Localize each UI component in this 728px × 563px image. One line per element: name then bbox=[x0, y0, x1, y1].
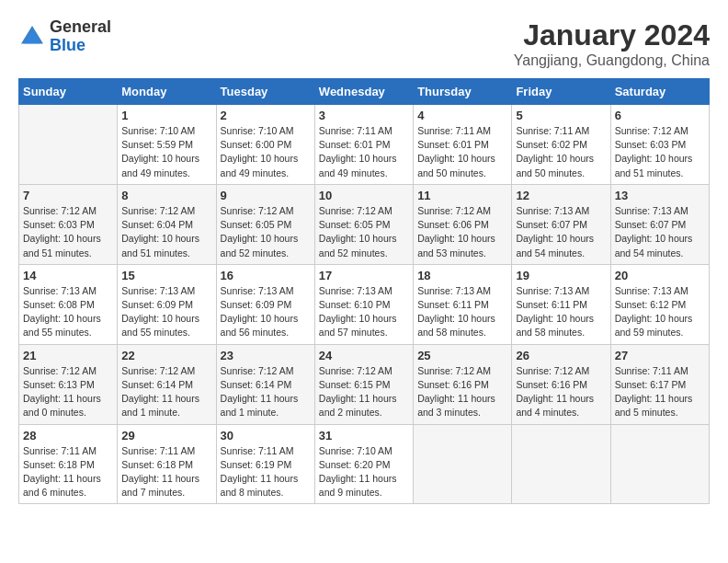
sunrise: Sunrise: 7:11 AM bbox=[23, 445, 97, 456]
calendar-cell: 13 Sunrise: 7:13 AM Sunset: 6:07 PM Dayl… bbox=[610, 184, 709, 264]
cell-info: Sunrise: 7:11 AM Sunset: 6:01 PM Dayligh… bbox=[319, 124, 409, 180]
sunrise: Sunrise: 7:13 AM bbox=[417, 285, 491, 296]
daylight: Daylight: 10 hours and 51 minutes. bbox=[615, 153, 693, 178]
calendar-cell bbox=[19, 105, 118, 185]
calendar-header-row: SundayMondayTuesdayWednesdayThursdayFrid… bbox=[19, 79, 710, 105]
daylight: Daylight: 11 hours and 0 minutes. bbox=[23, 393, 101, 418]
sunset: Sunset: 6:04 PM bbox=[121, 219, 193, 230]
sunset: Sunset: 6:03 PM bbox=[615, 139, 687, 150]
daylight: Daylight: 10 hours and 59 minutes. bbox=[615, 313, 693, 338]
calendar-cell bbox=[414, 424, 512, 504]
calendar-cell: 3 Sunrise: 7:11 AM Sunset: 6:01 PM Dayli… bbox=[314, 105, 413, 185]
sunrise: Sunrise: 7:12 AM bbox=[23, 365, 97, 376]
sunrise: Sunrise: 7:12 AM bbox=[615, 125, 688, 136]
day-number: 28 bbox=[23, 429, 113, 442]
logo-blue: Blue bbox=[50, 36, 85, 54]
sunset: Sunset: 6:06 PM bbox=[417, 219, 489, 230]
cell-info: Sunrise: 7:13 AM Sunset: 6:07 PM Dayligh… bbox=[516, 204, 606, 260]
header-saturday: Saturday bbox=[610, 79, 709, 105]
header-thursday: Thursday bbox=[414, 79, 512, 105]
calendar-cell: 11 Sunrise: 7:12 AM Sunset: 6:06 PM Dayl… bbox=[414, 184, 512, 264]
calendar-cell: 1 Sunrise: 7:10 AM Sunset: 5:59 PM Dayli… bbox=[118, 105, 216, 185]
month-title: January 2024 bbox=[514, 18, 710, 52]
daylight: Daylight: 10 hours and 52 minutes. bbox=[221, 233, 299, 258]
header-sunday: Sunday bbox=[19, 79, 118, 105]
logo-icon bbox=[18, 23, 46, 51]
calendar-cell: 28 Sunrise: 7:11 AM Sunset: 6:18 PM Dayl… bbox=[19, 424, 118, 504]
sunrise: Sunrise: 7:13 AM bbox=[516, 205, 589, 216]
day-number: 12 bbox=[516, 189, 606, 202]
cell-info: Sunrise: 7:13 AM Sunset: 6:10 PM Dayligh… bbox=[319, 284, 409, 340]
sunset: Sunset: 6:08 PM bbox=[23, 299, 95, 310]
day-number: 13 bbox=[615, 189, 705, 202]
cell-info: Sunrise: 7:13 AM Sunset: 6:07 PM Dayligh… bbox=[615, 204, 705, 260]
cell-info: Sunrise: 7:10 AM Sunset: 5:59 PM Dayligh… bbox=[121, 124, 211, 180]
daylight: Daylight: 10 hours and 52 minutes. bbox=[319, 233, 397, 258]
cell-info: Sunrise: 7:13 AM Sunset: 6:11 PM Dayligh… bbox=[516, 284, 606, 340]
cell-info: Sunrise: 7:13 AM Sunset: 6:12 PM Dayligh… bbox=[615, 284, 705, 340]
sunrise: Sunrise: 7:10 AM bbox=[121, 125, 195, 136]
cell-info: Sunrise: 7:13 AM Sunset: 6:08 PM Dayligh… bbox=[23, 284, 113, 340]
day-number: 10 bbox=[319, 189, 409, 202]
logo: General Blue bbox=[18, 18, 111, 55]
daylight: Daylight: 11 hours and 3 minutes. bbox=[417, 393, 495, 418]
day-number: 1 bbox=[121, 109, 211, 122]
sunset: Sunset: 6:01 PM bbox=[417, 139, 489, 150]
cell-info: Sunrise: 7:11 AM Sunset: 6:02 PM Dayligh… bbox=[516, 124, 606, 180]
cell-info: Sunrise: 7:12 AM Sunset: 6:13 PM Dayligh… bbox=[23, 364, 113, 420]
day-number: 9 bbox=[221, 189, 311, 202]
calendar-cell: 7 Sunrise: 7:12 AM Sunset: 6:03 PM Dayli… bbox=[19, 184, 118, 264]
cell-info: Sunrise: 7:12 AM Sunset: 6:05 PM Dayligh… bbox=[221, 204, 311, 260]
calendar-cell bbox=[610, 424, 709, 504]
sunrise: Sunrise: 7:12 AM bbox=[121, 365, 195, 376]
day-number: 7 bbox=[23, 189, 113, 202]
sunset: Sunset: 6:14 PM bbox=[121, 379, 193, 390]
cell-info: Sunrise: 7:13 AM Sunset: 6:09 PM Dayligh… bbox=[121, 284, 211, 340]
daylight: Daylight: 11 hours and 8 minutes. bbox=[221, 473, 299, 498]
day-number: 21 bbox=[23, 349, 113, 362]
cell-info: Sunrise: 7:12 AM Sunset: 6:16 PM Dayligh… bbox=[417, 364, 507, 420]
day-number: 26 bbox=[516, 349, 606, 362]
calendar-cell: 21 Sunrise: 7:12 AM Sunset: 6:13 PM Dayl… bbox=[19, 344, 118, 424]
calendar-cell: 20 Sunrise: 7:13 AM Sunset: 6:12 PM Dayl… bbox=[610, 264, 709, 344]
sunset: Sunset: 6:01 PM bbox=[319, 139, 391, 150]
page-header: General Blue January 2024 Yangjiang, Gua… bbox=[18, 18, 710, 69]
calendar-week-row: 1 Sunrise: 7:10 AM Sunset: 5:59 PM Dayli… bbox=[19, 105, 710, 185]
sunset: Sunset: 6:13 PM bbox=[23, 379, 95, 390]
daylight: Daylight: 10 hours and 53 minutes. bbox=[417, 233, 495, 258]
sunset: Sunset: 6:19 PM bbox=[221, 459, 292, 470]
daylight: Daylight: 10 hours and 51 minutes. bbox=[121, 233, 199, 258]
calendar-cell: 31 Sunrise: 7:10 AM Sunset: 6:20 PM Dayl… bbox=[314, 424, 413, 504]
calendar-cell: 17 Sunrise: 7:13 AM Sunset: 6:10 PM Dayl… bbox=[314, 264, 413, 344]
sunrise: Sunrise: 7:11 AM bbox=[516, 125, 589, 136]
daylight: Daylight: 10 hours and 56 minutes. bbox=[221, 313, 299, 338]
sunrise: Sunrise: 7:13 AM bbox=[23, 285, 97, 296]
daylight: Daylight: 10 hours and 58 minutes. bbox=[417, 313, 495, 338]
cell-info: Sunrise: 7:11 AM Sunset: 6:18 PM Dayligh… bbox=[121, 444, 211, 500]
daylight: Daylight: 10 hours and 50 minutes. bbox=[516, 153, 594, 178]
sunrise: Sunrise: 7:11 AM bbox=[319, 125, 392, 136]
sunset: Sunset: 5:59 PM bbox=[121, 139, 193, 150]
day-number: 14 bbox=[23, 269, 113, 282]
sunset: Sunset: 6:17 PM bbox=[615, 379, 687, 390]
sunrise: Sunrise: 7:12 AM bbox=[417, 205, 491, 216]
sunset: Sunset: 6:14 PM bbox=[221, 379, 292, 390]
calendar-cell: 30 Sunrise: 7:11 AM Sunset: 6:19 PM Dayl… bbox=[216, 424, 314, 504]
calendar-cell: 23 Sunrise: 7:12 AM Sunset: 6:14 PM Dayl… bbox=[216, 344, 314, 424]
cell-info: Sunrise: 7:11 AM Sunset: 6:01 PM Dayligh… bbox=[417, 124, 507, 180]
day-number: 23 bbox=[221, 349, 311, 362]
day-number: 31 bbox=[319, 429, 409, 442]
calendar-cell: 8 Sunrise: 7:12 AM Sunset: 6:04 PM Dayli… bbox=[118, 184, 216, 264]
sunrise: Sunrise: 7:13 AM bbox=[221, 285, 294, 296]
daylight: Daylight: 10 hours and 49 minutes. bbox=[221, 153, 299, 178]
day-number: 22 bbox=[121, 349, 211, 362]
day-number: 19 bbox=[516, 269, 606, 282]
sunset: Sunset: 6:16 PM bbox=[417, 379, 489, 390]
daylight: Daylight: 11 hours and 7 minutes. bbox=[121, 473, 199, 498]
header-monday: Monday bbox=[118, 79, 216, 105]
day-number: 2 bbox=[221, 109, 311, 122]
sunset: Sunset: 6:03 PM bbox=[23, 219, 95, 230]
calendar-cell: 15 Sunrise: 7:13 AM Sunset: 6:09 PM Dayl… bbox=[118, 264, 216, 344]
cell-info: Sunrise: 7:10 AM Sunset: 6:20 PM Dayligh… bbox=[319, 444, 409, 500]
sunrise: Sunrise: 7:11 AM bbox=[221, 445, 294, 456]
